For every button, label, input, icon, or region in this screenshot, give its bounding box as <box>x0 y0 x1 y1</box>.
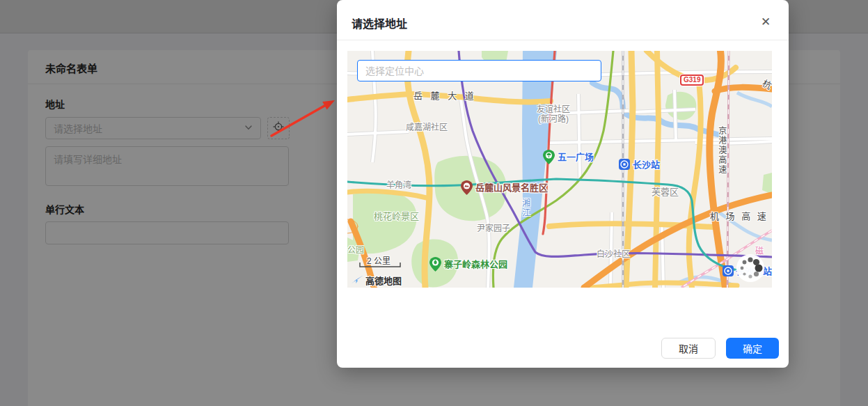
scenic-spot-pin-icon[interactable] <box>429 257 441 274</box>
dialog-header-divider <box>337 40 789 40</box>
map-search-input[interactable] <box>357 60 601 81</box>
map-label-expressway: 机 场 高 速 <box>710 212 768 222</box>
railway-station-icon[interactable] <box>723 265 734 279</box>
map-logo-text: 高德地图 <box>365 274 402 287</box>
map-label-district: 芙蓉区 <box>652 187 679 198</box>
map-poi-label[interactable]: 五一广场 <box>558 153 594 163</box>
loading-spinner-icon <box>736 253 765 286</box>
scenic-spot-pin-icon[interactable] <box>461 180 473 198</box>
map-label-area: 咸嘉湖社区 <box>406 123 448 133</box>
map-poi-label[interactable]: 寨子岭森林公园 <box>444 260 507 270</box>
cancel-button[interactable]: 取消 <box>661 338 716 359</box>
map-canvas <box>347 51 772 288</box>
map-poi-label[interactable]: 岳麓山风景名胜区 <box>475 183 548 194</box>
map-label-area: 友谊社区(新河路) <box>537 105 570 125</box>
map-logo: 高德地图 <box>352 274 402 287</box>
map-scale-text: 2 公里 <box>367 256 390 266</box>
map-label-river: 湘江 <box>520 198 530 218</box>
map-label-area: 尹家园子 <box>477 224 510 234</box>
screen: 未命名表单 地址 请选择地址 单行文本 <box>0 0 868 406</box>
paper-plane-logo-icon <box>352 274 363 287</box>
map-view[interactable]: 岳 麓 大 道 咸嘉湖社区 友谊社区(新河路) G319 杭 京港澳高速 机 场… <box>347 51 772 288</box>
close-icon[interactable]: ✕ <box>758 14 773 29</box>
map-label-scenic-area: 桃花岭景区 <box>374 212 419 222</box>
map-label-area: 羊角湾 <box>386 181 411 191</box>
confirm-button[interactable]: 确定 <box>726 338 779 359</box>
dialog-title: 请选择地址 <box>352 15 407 31</box>
map-scale: 2 公里 <box>358 254 390 267</box>
map-label-road: 岳 麓 大 道 <box>413 91 477 102</box>
select-address-dialog: 请选择地址 ✕ <box>337 0 789 368</box>
map-label-expressway: 京港澳高速 <box>716 126 726 175</box>
scenic-spot-pin-icon[interactable] <box>543 150 555 167</box>
map-poi-label[interactable]: 长沙站 <box>633 160 660 171</box>
dialog-footer: 取消 确定 <box>661 338 779 359</box>
railway-station-icon[interactable] <box>619 159 630 173</box>
map-label-area: 白沙社区 <box>597 250 630 260</box>
road-badge-g319: G319 <box>680 75 704 86</box>
